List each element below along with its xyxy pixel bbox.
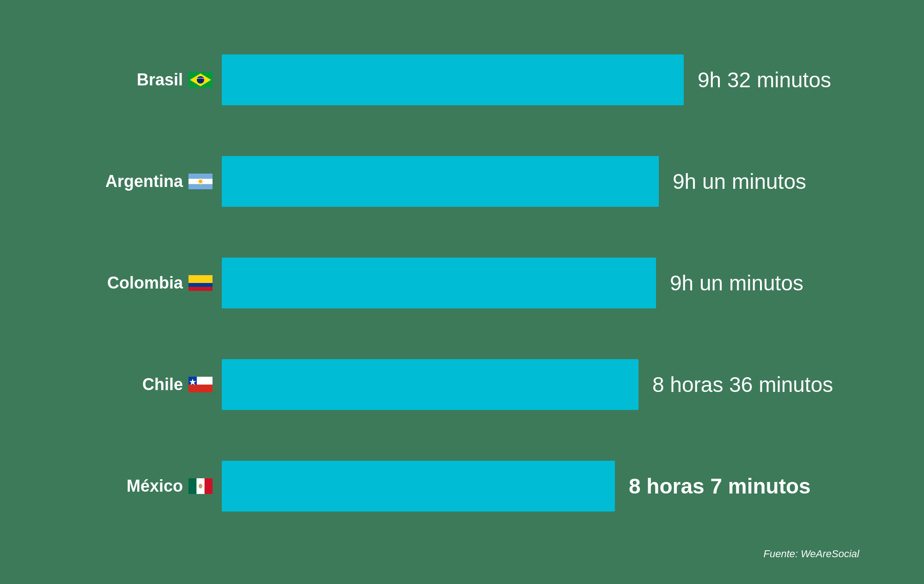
- value-mexico: 8 horas 7 minutos: [629, 474, 811, 499]
- bar-area-colombia: 9h un minutos: [213, 258, 859, 308]
- country-label-colombia: Colombia: [107, 273, 183, 293]
- flag-brasil: [188, 72, 213, 88]
- bar-row-colombia: Colombia 9h un minutos: [65, 253, 859, 313]
- label-section-argentina: Argentina: [65, 172, 213, 191]
- flag-argentina: [188, 174, 213, 189]
- label-section-chile: Chile: [65, 375, 213, 394]
- bar-row-mexico: México 8 horas 7 minutos: [65, 456, 859, 516]
- bar-colombia: [222, 258, 656, 308]
- bar-chile: [222, 359, 638, 410]
- bar-mexico: [222, 461, 615, 512]
- bar-area-chile: 8 horas 36 minutos: [213, 359, 859, 410]
- value-brasil: 9h 32 minutos: [698, 67, 831, 92]
- value-argentina: 9h un minutos: [673, 169, 806, 194]
- svg-rect-24: [205, 478, 213, 494]
- bar-row-chile: Chile 8 horas 36 minutos: [65, 355, 859, 415]
- bar-area-argentina: 9h un minutos: [213, 156, 859, 207]
- svg-rect-23: [188, 478, 196, 494]
- bar-row-argentina: Argentina: [65, 151, 859, 211]
- svg-point-2: [197, 76, 204, 84]
- label-section-mexico: México: [65, 476, 213, 496]
- svg-rect-19: [188, 385, 213, 392]
- bar-area-mexico: 8 horas 7 minutos: [213, 461, 859, 512]
- chart-container: Brasil 9h 32 minutos Argentina: [46, 20, 878, 565]
- svg-point-25: [199, 484, 202, 488]
- flag-mexico: [188, 478, 213, 494]
- country-label-mexico: México: [127, 476, 183, 496]
- source-label: Fuente: WeAreSocial: [764, 548, 859, 560]
- label-section-brasil: Brasil: [65, 70, 213, 90]
- label-section-colombia: Colombia: [65, 273, 213, 293]
- value-colombia: 9h un minutos: [670, 271, 803, 295]
- country-label-argentina: Argentina: [105, 172, 183, 191]
- value-chile: 8 horas 36 minutos: [652, 372, 833, 397]
- flag-chile: [188, 377, 213, 392]
- bar-argentina: [222, 156, 659, 207]
- flag-colombia: [188, 275, 213, 291]
- svg-rect-15: [188, 275, 213, 283]
- country-label-chile: Chile: [142, 375, 183, 394]
- bar-row-brasil: Brasil 9h 32 minutos: [65, 50, 859, 110]
- country-label-brasil: Brasil: [137, 70, 183, 90]
- bar-area-brasil: 9h 32 minutos: [213, 54, 859, 105]
- svg-rect-16: [188, 283, 213, 287]
- svg-point-6: [199, 180, 202, 183]
- svg-rect-17: [188, 287, 213, 291]
- bar-brasil: [222, 54, 684, 105]
